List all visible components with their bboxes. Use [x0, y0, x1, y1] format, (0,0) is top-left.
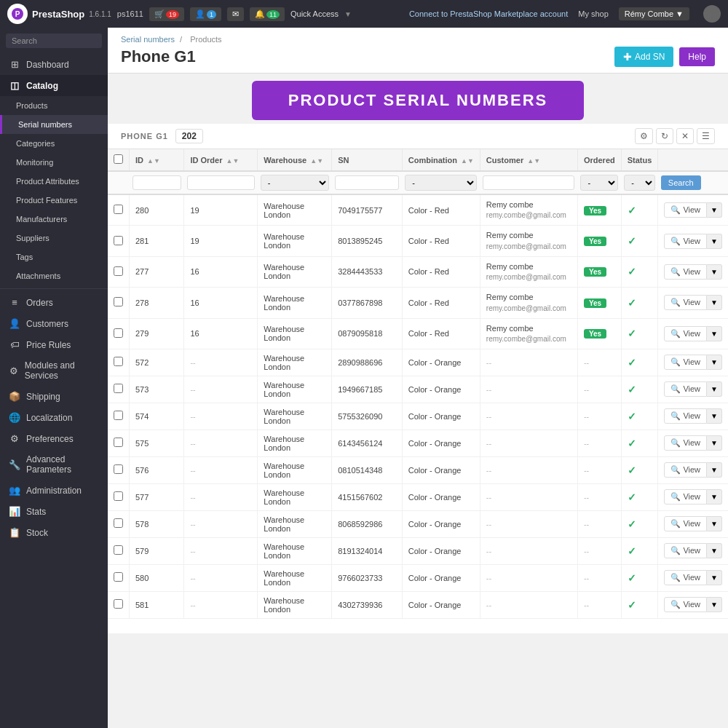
sidebar-item-product-features[interactable]: Product Features [0, 191, 108, 210]
logo[interactable]: P PrestaShop 1.6.1.1 [7, 4, 111, 24]
mail-button[interactable]: ✉ [227, 7, 244, 21]
filter-combination-select[interactable]: - [405, 175, 477, 191]
view-caret-button[interactable]: ▼ [707, 202, 722, 218]
view-caret-button[interactable]: ▼ [707, 489, 722, 505]
view-button[interactable]: 🔍 View [664, 295, 707, 310]
row-checkbox[interactable] [114, 236, 123, 245]
sidebar-item-advanced-parameters[interactable]: 🔧 Advanced Parameters [0, 449, 108, 480]
delete-icon-btn[interactable]: ✕ [676, 128, 694, 144]
view-button[interactable]: 🔍 View [664, 462, 707, 478]
sidebar-item-customers[interactable]: 👤 Customers [0, 313, 108, 334]
sidebar-item-price-rules[interactable]: 🏷 Price Rules [0, 334, 108, 355]
search-button[interactable]: Search [661, 175, 701, 190]
row-checkbox[interactable] [114, 464, 123, 474]
row-checkbox[interactable] [114, 266, 123, 276]
breadcrumb-serial-numbers[interactable]: Serial numbers [121, 35, 175, 44]
row-checkbox[interactable] [114, 438, 123, 447]
col-customer[interactable]: Customer ▲▼ [480, 149, 577, 171]
view-caret-button[interactable]: ▼ [707, 234, 722, 249]
view-caret-button[interactable]: ▼ [707, 355, 722, 370]
row-checkbox[interactable] [114, 545, 123, 555]
sidebar-item-dashboard[interactable]: ⊞ Dashboard [0, 54, 108, 75]
row-checkbox[interactable] [114, 297, 123, 306]
filter-sn-input[interactable] [335, 175, 399, 190]
view-button[interactable]: 🔍 View [664, 234, 707, 249]
view-button[interactable]: 🔍 View [664, 543, 707, 558]
view-button[interactable]: 🔍 View [664, 516, 707, 531]
sidebar-item-orders[interactable]: ≡ Orders [0, 292, 108, 313]
quick-access-button[interactable]: Quick Access [290, 9, 339, 18]
row-checkbox[interactable] [114, 384, 123, 393]
sidebar-item-shipping[interactable]: 📦 Shipping [0, 386, 108, 407]
row-checkbox[interactable] [114, 572, 123, 582]
sidebar-item-administration[interactable]: 👥 Administration [0, 480, 108, 501]
row-checkbox[interactable] [114, 357, 123, 366]
sidebar-item-product-attributes[interactable]: Product Attributes [0, 172, 108, 191]
sidebar-item-stats[interactable]: 📊 Stats [0, 501, 108, 522]
sidebar-item-categories[interactable]: Categories [0, 134, 108, 153]
view-button[interactable]: 🔍 View [664, 435, 707, 451]
users-button[interactable]: 👤1 [190, 7, 221, 21]
select-all-checkbox[interactable] [114, 154, 123, 164]
view-caret-button[interactable]: ▼ [707, 408, 722, 424]
sidebar-item-monitoring[interactable]: Monitoring [0, 153, 108, 172]
menu-icon-btn[interactable]: ☰ [697, 128, 715, 144]
help-button[interactable]: Help [679, 47, 715, 66]
view-caret-button[interactable]: ▼ [707, 326, 722, 341]
filter-id-input[interactable] [132, 175, 181, 190]
sidebar-item-modules[interactable]: ⚙ Modules and Services [0, 355, 108, 386]
sidebar-item-localization[interactable]: 🌐 Localization [0, 407, 108, 428]
view-caret-button[interactable]: ▼ [707, 435, 722, 451]
view-button[interactable]: 🔍 View [664, 264, 707, 280]
row-checkbox[interactable] [114, 491, 123, 501]
view-caret-button[interactable]: ▼ [707, 381, 722, 397]
view-button[interactable]: 🔍 View [664, 597, 707, 612]
row-checkbox[interactable] [114, 518, 123, 528]
view-button[interactable]: 🔍 View [664, 355, 707, 370]
view-caret-button[interactable]: ▼ [707, 462, 722, 478]
view-button[interactable]: 🔍 View [664, 326, 707, 341]
row-checkbox[interactable] [114, 411, 123, 420]
sidebar-item-serial-numbers[interactable]: Serial numbers [0, 115, 108, 134]
view-caret-button[interactable]: ▼ [707, 597, 722, 612]
add-sn-button[interactable]: ✚ Add SN [614, 47, 673, 67]
col-warehouse[interactable]: Warehouse ▲▼ [258, 149, 332, 171]
row-checkbox[interactable] [114, 328, 123, 338]
col-combination[interactable]: Combination ▲▼ [402, 149, 480, 171]
view-button[interactable]: 🔍 View [664, 570, 707, 585]
col-id-order[interactable]: ID Order ▲▼ [184, 149, 258, 171]
filter-customer-input[interactable] [483, 175, 574, 190]
row-checkbox[interactable] [114, 205, 123, 214]
bell-button[interactable]: 🔔11 [250, 7, 285, 21]
sidebar-search-input[interactable] [6, 33, 102, 48]
filter-status-select[interactable]: - [624, 175, 655, 191]
view-caret-button[interactable]: ▼ [707, 295, 722, 310]
marketplace-link[interactable]: Connect to PrestaShop Marketplace accoun… [409, 9, 568, 18]
filter-ordered-select[interactable]: - [580, 175, 618, 191]
my-shop-link[interactable]: My shop [578, 9, 609, 18]
cart-button[interactable]: 🛒19 [149, 7, 184, 21]
sidebar-item-suppliers[interactable]: Suppliers [0, 229, 108, 248]
view-button[interactable]: 🔍 View [664, 489, 707, 505]
sidebar-item-attachments[interactable]: Attachments [0, 266, 108, 285]
settings-icon-btn[interactable]: ⚙ [635, 128, 653, 144]
sidebar-item-manufacturers[interactable]: Manufacturers [0, 210, 108, 229]
user-button[interactable]: Rémy Combe ▼ [619, 7, 689, 20]
view-button[interactable]: 🔍 View [664, 381, 707, 397]
sidebar-item-catalog[interactable]: ◫ Catalog [0, 75, 108, 96]
refresh-icon-btn[interactable]: ↻ [656, 128, 673, 144]
view-button[interactable]: 🔍 View [664, 408, 707, 424]
view-caret-button[interactable]: ▼ [707, 570, 722, 585]
filter-warehouse-select[interactable]: - [261, 175, 329, 191]
row-checkbox[interactable] [114, 599, 123, 609]
col-id[interactable]: ID ▲▼ [130, 149, 184, 171]
sidebar-item-preferences[interactable]: ⚙ Preferences [0, 428, 108, 449]
sidebar-item-stock[interactable]: 📋 Stock [0, 522, 108, 543]
view-caret-button[interactable]: ▼ [707, 543, 722, 558]
view-caret-button[interactable]: ▼ [707, 516, 722, 531]
view-button[interactable]: 🔍 View [664, 202, 707, 218]
view-caret-button[interactable]: ▼ [707, 264, 722, 280]
sidebar-item-tags[interactable]: Tags [0, 248, 108, 266]
sidebar-item-products[interactable]: Products [0, 96, 108, 115]
filter-id-order-input[interactable] [187, 175, 255, 190]
